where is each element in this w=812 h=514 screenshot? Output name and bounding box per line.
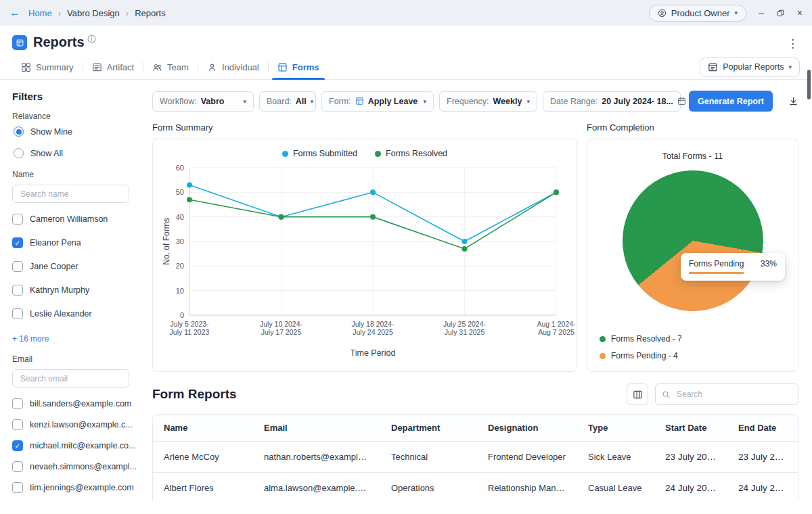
checkbox[interactable]: [12, 285, 23, 296]
date-range-picker[interactable]: Date Range: 20 July 2024- 18...: [543, 91, 681, 112]
email-search[interactable]: [12, 369, 129, 388]
table-cell: 23 July 2024: [654, 442, 727, 473]
form-reports-table: NameEmailDepartmentDesignationTypeStart …: [152, 414, 798, 500]
radio-button[interactable]: [14, 148, 24, 158]
columns-icon: [633, 390, 643, 400]
legend-item: Forms Resolved: [375, 149, 447, 158]
column-header: Name: [153, 415, 253, 442]
svg-text:July 5 2023-July 11 2023: July 5 2023-July 11 2023: [170, 320, 210, 336]
table-header-row: NameEmailDepartmentDesignationTypeStart …: [153, 415, 798, 442]
pie-legend-item: Forms Resolved - 7: [600, 334, 682, 344]
svg-text:60: 60: [176, 164, 184, 172]
kebab-menu[interactable]: ⋮: [787, 34, 798, 51]
tab-individual[interactable]: Individual: [198, 55, 268, 79]
breadcrumb: ← Home › Vabro Design › Reports: [9, 7, 166, 19]
checkbox[interactable]: ✓: [12, 237, 23, 248]
popular-reports-icon: [708, 62, 718, 72]
name-checkbox-item[interactable]: Cameron Williamson: [12, 214, 129, 225]
download-icon[interactable]: [788, 96, 798, 106]
user-icon: [658, 9, 667, 18]
chevron-down-icon: ▾: [734, 9, 738, 16]
board-select[interactable]: Board: All ▾: [259, 91, 316, 112]
tooltip-label: Forms Pending: [689, 259, 744, 274]
table-cell: Relationship Manager: [477, 473, 577, 501]
name-search-input[interactable]: [19, 189, 122, 200]
table-cell: Albert Flores: [153, 473, 253, 501]
svg-text:No. of Forms: No. of Forms: [162, 218, 171, 264]
radio-label: Show All: [30, 149, 63, 158]
email-checkbox-item[interactable]: tim.jennings@example.com: [12, 482, 129, 493]
tab-team[interactable]: Team: [143, 55, 198, 79]
name-search[interactable]: [12, 185, 129, 203]
breadcrumb-separator: ›: [126, 8, 129, 18]
table-search-input[interactable]: [675, 389, 792, 400]
name-checkbox-item[interactable]: Kathryn Murphy: [12, 285, 129, 296]
email-checkbox-list: bill.sanders@example.comkenzi.lawson@exa…: [12, 398, 129, 493]
workflow-select[interactable]: Workflow: Vabro ▾: [152, 91, 254, 112]
tab-label: Individual: [222, 62, 259, 72]
tab-summary[interactable]: Summary: [12, 55, 83, 79]
table-row[interactable]: Albert Floresalma.lawson@example.comOper…: [153, 473, 798, 501]
close-button[interactable]: ×: [797, 8, 803, 18]
popular-reports-label: Popular Reports: [723, 62, 784, 72]
checkbox[interactable]: [12, 308, 23, 319]
checkbox[interactable]: [12, 482, 23, 493]
table-row[interactable]: Arlene McCoynathan.roberts@example.comTe…: [153, 442, 798, 473]
back-button[interactable]: ←: [9, 7, 20, 19]
table-search[interactable]: [655, 383, 798, 405]
generate-report-button[interactable]: Generate Report: [689, 91, 773, 112]
restore-button[interactable]: [776, 9, 785, 18]
radio-label: Show Mine: [30, 127, 72, 137]
form-completion-pie[interactable]: [623, 170, 763, 311]
email-checkbox-item[interactable]: ✓michael.mitc@example.co...: [12, 440, 129, 451]
frequency-select[interactable]: Frequency: Weekly ▾: [439, 91, 537, 112]
form-select[interactable]: Form: Apply Leave ▾: [321, 91, 434, 112]
form-reports-title: Form Reports: [152, 387, 237, 402]
name-checkbox-list: Cameron Williamson✓Eleanor PenaJane Coop…: [12, 214, 129, 319]
form-completion-card: Total Forms - 11 Forms Pending 33% Forms…: [587, 139, 798, 372]
table-cell: Technical: [380, 442, 477, 473]
grid-icon: [21, 62, 31, 72]
tab-artifact[interactable]: Artifact: [83, 55, 143, 79]
columns-button[interactable]: [627, 383, 648, 405]
scrollbar-thumb[interactable]: [807, 70, 811, 99]
radio-option[interactable]: Show All: [12, 148, 129, 158]
breadcrumb-project[interactable]: Vabro Design: [67, 8, 120, 18]
board-value: All: [296, 97, 307, 106]
radio-option[interactable]: Show Mine: [12, 126, 129, 137]
form-summary-chart: 0102030405060July 5 2023-July 11 2023Jul…: [161, 161, 568, 358]
checkbox[interactable]: [12, 261, 23, 272]
name-checkbox-item[interactable]: Leslie Alexander: [12, 308, 129, 319]
checkbox-label: bill.sanders@example.com: [30, 399, 131, 408]
pie-legend-item: Forms Pending - 4: [600, 351, 682, 360]
table-cell: 24 July 2024: [654, 473, 727, 501]
checkbox[interactable]: [12, 461, 23, 472]
email-checkbox-item[interactable]: nevaeh.simmons@exampl...: [12, 461, 129, 472]
email-checkbox-item[interactable]: kenzi.lawson@example.c...: [12, 419, 129, 430]
column-header: End Date: [727, 415, 798, 442]
checkbox[interactable]: ✓: [12, 440, 23, 451]
table-cell: 23 July 2024: [727, 442, 798, 473]
tab-forms[interactable]: Forms: [269, 55, 328, 79]
table-cell: 24 July 2024: [727, 473, 798, 501]
minimize-button[interactable]: –: [759, 8, 764, 18]
names-more-link[interactable]: + 16 more: [12, 334, 49, 344]
report-tabs: SummaryArtifactTeamIndividualForms Popul…: [0, 55, 812, 80]
email-search-input[interactable]: [19, 373, 122, 384]
radio-button[interactable]: [14, 126, 24, 137]
checkbox[interactable]: [12, 214, 23, 225]
checkbox[interactable]: [12, 398, 23, 409]
name-checkbox-item[interactable]: ✓Eleanor Pena: [12, 237, 129, 248]
email-filter-label: Email: [12, 354, 129, 364]
date-range-value: 20 July 2024- 18...: [602, 97, 673, 106]
checkbox-label: nevaeh.simmons@exampl...: [30, 462, 137, 471]
info-icon[interactable]: [87, 34, 97, 44]
form-value: Apply Leave: [368, 97, 418, 106]
breadcrumb-home[interactable]: Home: [28, 8, 52, 18]
checkbox[interactable]: [12, 419, 23, 430]
form-label: Form:: [329, 97, 351, 106]
email-checkbox-item[interactable]: bill.sanders@example.com: [12, 398, 129, 409]
popular-reports-button[interactable]: Popular Reports ▾: [700, 57, 800, 77]
name-checkbox-item[interactable]: Jane Cooper: [12, 261, 129, 272]
user-menu[interactable]: Product Owner ▾: [649, 5, 746, 22]
